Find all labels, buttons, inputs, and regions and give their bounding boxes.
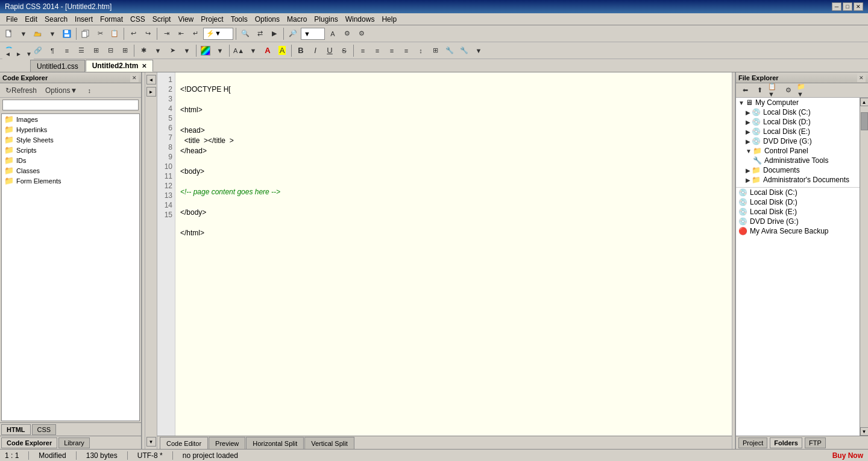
ft-admin-tools[interactable]: 🔧 Administrative Tools — [736, 156, 860, 165]
code-editor-text[interactable]: <!DOCTYPE H[ <html> <head> <title ></tit… — [175, 72, 732, 436]
nav-back[interactable]: ◄ — [2, 48, 13, 59]
nav-dropdown[interactable]: ▼ — [24, 48, 34, 59]
menu-macro[interactable]: Macro — [283, 14, 310, 25]
tb2-pilcrow[interactable]: ¶ — [46, 44, 59, 57]
ft-documents[interactable]: ▶ 📁 Documents — [736, 165, 860, 175]
buy-now-button[interactable]: Buy Now — [832, 451, 863, 460]
scroll-thumb[interactable] — [861, 112, 868, 130]
tb2-dropdown[interactable]: ▼ — [151, 44, 165, 57]
bg-color-btn[interactable]: A — [275, 44, 289, 57]
bold-button[interactable]: B — [294, 44, 307, 57]
tb2-extra1[interactable]: 🔧 — [443, 44, 456, 57]
font-dropdown[interactable]: ▼ — [247, 44, 260, 57]
explorer-search-input[interactable] — [2, 100, 139, 110]
align-left-btn[interactable]: ≡ — [356, 44, 370, 57]
search-btn[interactable]: 🔍 — [239, 27, 252, 40]
scroll-down-arrow[interactable]: ▼ — [860, 427, 869, 436]
indent-btn[interactable]: ⇥ — [160, 27, 173, 40]
menu-project[interactable]: Project — [197, 14, 227, 25]
ft-local-e[interactable]: ▶ 💿 Local Disk (E:) — [736, 127, 860, 136]
line-height-btn[interactable]: ↕ — [414, 44, 427, 57]
menu-css[interactable]: CSS — [127, 14, 149, 25]
wrap-btn[interactable]: ↵ — [189, 27, 202, 40]
fe-back[interactable]: ⬅ — [738, 84, 752, 97]
ft-bottom-d[interactable]: 💿 Local Disk (D:) — [736, 197, 860, 207]
outdent-btn[interactable]: ⇤ — [174, 27, 187, 40]
italic-button[interactable]: I — [309, 44, 322, 57]
align-right-btn[interactable]: ≡ — [385, 44, 398, 57]
replace-btn[interactable]: ⇄ — [253, 27, 266, 40]
ft-control-panel[interactable]: ▼ 📁 Control Panel — [736, 146, 860, 156]
menu-help[interactable]: Help — [378, 14, 400, 25]
tb2-list1[interactable]: ≡ — [60, 44, 74, 57]
close-button[interactable]: ✕ — [854, 2, 863, 11]
underline-button[interactable]: U — [323, 44, 336, 57]
sort-button[interactable]: ↕ — [83, 84, 96, 97]
tab-ftp[interactable]: FTP — [805, 437, 826, 448]
tab-css[interactable]: CSS — [32, 424, 57, 435]
menu-insert[interactable]: Insert — [71, 14, 96, 25]
fe-folder[interactable]: 📁▼ — [796, 84, 810, 97]
menu-view[interactable]: View — [174, 14, 197, 25]
gutter-left[interactable]: ◄ — [146, 75, 156, 84]
cut-button[interactable]: ✂ — [93, 27, 107, 40]
misc-btn[interactable]: ⚙ — [341, 27, 354, 40]
tab-untitled2htm[interactable]: Untitled2.htm ✕ — [86, 60, 154, 72]
file-explorer-close[interactable]: ✕ — [857, 74, 866, 82]
spell-btn[interactable]: A — [326, 27, 339, 40]
ft-local-d[interactable]: ▶ 💿 Local Disk (D:) — [736, 117, 860, 127]
copy-button[interactable] — [79, 27, 92, 40]
scroll-up-arrow[interactable]: ▲ — [860, 98, 869, 106]
gutter-bottom[interactable]: ▼ — [146, 437, 156, 447]
tb2-list2[interactable]: ☰ — [75, 44, 88, 57]
tab-untitled1css[interactable]: Untitled1.css — [30, 60, 85, 72]
fe-settings[interactable]: ⚙ — [782, 84, 795, 97]
ft-mycomputer[interactable]: ▼ 🖥 My Computer — [736, 98, 860, 107]
justify-btn[interactable]: ≡ — [400, 44, 413, 57]
menu-script[interactable]: Script — [149, 14, 175, 25]
tree-item-classes[interactable]: 📁 Classes — [2, 165, 139, 176]
tb2-extra2[interactable]: 🔧 — [458, 44, 471, 57]
menu-file[interactable]: File — [2, 14, 21, 25]
options-button[interactable]: Options ▼ — [42, 84, 80, 97]
ft-dvd-g[interactable]: ▶ 💿 DVD Drive (G:) — [736, 136, 860, 146]
panel-tab-library[interactable]: Library — [58, 437, 90, 448]
menu-search[interactable]: Search — [41, 14, 71, 25]
tb2-more[interactable]: ⊞ — [429, 44, 442, 57]
menu-format[interactable]: Format — [96, 14, 127, 25]
tree-item-stylesheets[interactable]: 📁 Style Sheets — [2, 135, 139, 145]
menu-options[interactable]: Options — [251, 14, 283, 25]
tb2-arrow2[interactable]: ▼ — [180, 44, 193, 57]
panel-tab-codeexplorer[interactable]: Code Explorer — [1, 437, 57, 448]
misc-btn2[interactable]: ⚙ — [355, 27, 368, 40]
open-button[interactable] — [31, 27, 45, 40]
tab-html[interactable]: HTML — [1, 424, 31, 435]
redo-button[interactable]: ↪ — [141, 27, 154, 40]
strikethrough-button[interactable]: S — [338, 44, 351, 57]
font-size-btn[interactable]: A▲ — [232, 44, 245, 57]
maximize-button[interactable]: □ — [843, 2, 852, 11]
ft-bottom-e[interactable]: 💿 Local Disk (E:) — [736, 207, 860, 217]
new-button[interactable] — [2, 27, 16, 40]
nav-forward[interactable]: ► — [13, 48, 24, 59]
ft-local-c[interactable]: ▶ 💿 Local Disk (C:) — [736, 107, 860, 117]
tree-item-scripts[interactable]: 📁 Scripts — [2, 145, 139, 155]
fe-view[interactable]: 📋▼ — [767, 84, 781, 97]
font-color-btn[interactable]: A — [261, 44, 274, 57]
tb2-dropdown2[interactable]: ▼ — [472, 44, 485, 57]
menu-windows[interactable]: Windows — [342, 14, 379, 25]
editor-tab-preview[interactable]: Preview — [209, 437, 245, 449]
ft-bottom-g[interactable]: 💿 DVD Drive (G:) — [736, 217, 860, 226]
color-picker-btn[interactable] — [199, 44, 212, 57]
explorer-close[interactable]: ✕ — [130, 74, 139, 82]
save-button[interactable] — [60, 27, 74, 40]
minimize-button[interactable]: ─ — [832, 2, 841, 11]
menu-plugins[interactable]: Plugins — [310, 14, 341, 25]
zoom-dropdown[interactable]: ▼ — [301, 28, 325, 40]
tb2-indent[interactable]: ⊞ — [89, 44, 102, 57]
search-next[interactable]: ▶ — [268, 27, 281, 40]
editor-tab-hsplit[interactable]: Horizontal Split — [246, 437, 304, 449]
editor-tab-codeeditor[interactable]: Code Editor — [160, 437, 208, 449]
fe-up[interactable]: ⬆ — [753, 84, 766, 97]
undo-button[interactable]: ↩ — [127, 27, 140, 40]
